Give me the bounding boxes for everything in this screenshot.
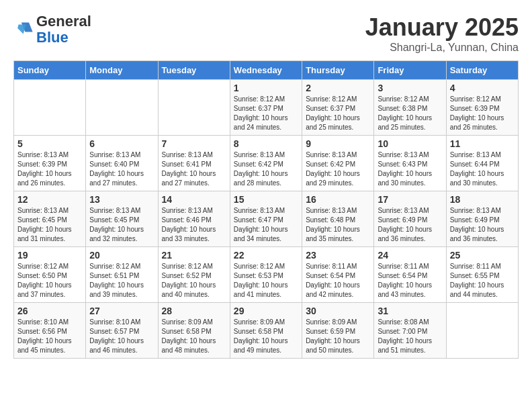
day-number: 28: [162, 306, 226, 316]
day-number: 27: [89, 306, 154, 316]
calendar-cell: 2Sunrise: 8:12 AM Sunset: 6:37 PM Daylig…: [302, 80, 374, 136]
logo-blue: Blue: [36, 29, 69, 46]
day-number: 4: [450, 83, 515, 93]
day-number: 22: [234, 250, 298, 261]
calendar-cell: 13Sunrise: 8:13 AM Sunset: 6:45 PM Dayli…: [86, 191, 158, 247]
day-info: Sunrise: 8:11 AM Sunset: 6:54 PM Dayligh…: [378, 262, 442, 300]
day-info: Sunrise: 8:13 AM Sunset: 6:39 PM Dayligh…: [17, 150, 82, 188]
calendar-header: SundayMondayTuesdayWednesdayThursdayFrid…: [14, 61, 519, 80]
location-subtitle: Shangri-La, Yunnan, China: [365, 42, 519, 54]
day-info: Sunrise: 8:09 AM Sunset: 6:58 PM Dayligh…: [234, 318, 298, 355]
day-number: 25: [450, 250, 515, 261]
calendar-cell: [14, 80, 86, 136]
calendar-cell: 12Sunrise: 8:13 AM Sunset: 6:45 PM Dayli…: [14, 191, 86, 247]
day-info: Sunrise: 8:10 AM Sunset: 6:56 PM Dayligh…: [17, 318, 82, 355]
calendar-cell: 5Sunrise: 8:13 AM Sunset: 6:39 PM Daylig…: [14, 136, 86, 191]
title-block: January 2025 Shangri-La, Yunnan, China: [365, 13, 519, 54]
calendar-cell: 16Sunrise: 8:13 AM Sunset: 6:48 PM Dayli…: [302, 191, 374, 247]
calendar-cell: 3Sunrise: 8:12 AM Sunset: 6:38 PM Daylig…: [374, 80, 446, 136]
day-number: 31: [378, 306, 442, 316]
calendar-week-1: 1Sunrise: 8:12 AM Sunset: 6:37 PM Daylig…: [14, 80, 519, 136]
calendar-cell: 23Sunrise: 8:11 AM Sunset: 6:54 PM Dayli…: [302, 247, 374, 303]
calendar-cell: 18Sunrise: 8:13 AM Sunset: 6:49 PM Dayli…: [446, 191, 518, 247]
day-info: Sunrise: 8:12 AM Sunset: 6:52 PM Dayligh…: [162, 262, 226, 300]
day-info: Sunrise: 8:08 AM Sunset: 7:00 PM Dayligh…: [378, 318, 442, 355]
day-number: 13: [89, 194, 154, 205]
day-number: 30: [306, 306, 370, 316]
day-number: 5: [17, 138, 82, 149]
day-info: Sunrise: 8:13 AM Sunset: 6:41 PM Dayligh…: [162, 150, 226, 188]
weekday-header-thursday: Thursday: [302, 61, 374, 80]
day-info: Sunrise: 8:10 AM Sunset: 6:57 PM Dayligh…: [89, 318, 154, 355]
day-info: Sunrise: 8:12 AM Sunset: 6:39 PM Dayligh…: [450, 95, 515, 132]
calendar-cell: 7Sunrise: 8:13 AM Sunset: 6:41 PM Daylig…: [158, 136, 230, 191]
month-title: January 2025: [365, 13, 519, 42]
day-info: Sunrise: 8:11 AM Sunset: 6:54 PM Dayligh…: [306, 262, 370, 300]
logo-general: General: [36, 13, 91, 30]
logo: General Blue: [13, 13, 91, 46]
day-info: Sunrise: 8:13 AM Sunset: 6:44 PM Dayligh…: [450, 150, 515, 188]
day-info: Sunrise: 8:12 AM Sunset: 6:37 PM Dayligh…: [234, 95, 298, 132]
weekday-header-friday: Friday: [374, 61, 446, 80]
calendar-cell: 15Sunrise: 8:13 AM Sunset: 6:47 PM Dayli…: [230, 191, 302, 247]
day-number: 15: [234, 194, 298, 205]
calendar-cell: 26Sunrise: 8:10 AM Sunset: 6:56 PM Dayli…: [14, 303, 86, 359]
day-number: 9: [306, 138, 370, 149]
day-info: Sunrise: 8:13 AM Sunset: 6:49 PM Dayligh…: [450, 206, 515, 244]
calendar-cell: 4Sunrise: 8:12 AM Sunset: 6:39 PM Daylig…: [446, 80, 518, 136]
day-info: Sunrise: 8:13 AM Sunset: 6:42 PM Dayligh…: [234, 150, 298, 188]
calendar-cell: 21Sunrise: 8:12 AM Sunset: 6:52 PM Dayli…: [158, 247, 230, 303]
day-number: 12: [17, 194, 82, 205]
calendar-table: SundayMondayTuesdayWednesdayThursdayFrid…: [13, 60, 519, 359]
day-number: 21: [162, 250, 226, 261]
day-number: 14: [162, 194, 226, 205]
calendar-cell: 29Sunrise: 8:09 AM Sunset: 6:58 PM Dayli…: [230, 303, 302, 359]
day-info: Sunrise: 8:13 AM Sunset: 6:48 PM Dayligh…: [306, 206, 370, 244]
calendar-cell: 19Sunrise: 8:12 AM Sunset: 6:50 PM Dayli…: [14, 247, 86, 303]
day-info: Sunrise: 8:12 AM Sunset: 6:51 PM Dayligh…: [89, 262, 154, 300]
day-number: 1: [234, 83, 298, 93]
day-number: 23: [306, 250, 370, 261]
day-info: Sunrise: 8:13 AM Sunset: 6:46 PM Dayligh…: [162, 206, 226, 244]
logo-icon: [15, 19, 34, 38]
calendar-cell: 24Sunrise: 8:11 AM Sunset: 6:54 PM Dayli…: [374, 247, 446, 303]
calendar-cell: 28Sunrise: 8:09 AM Sunset: 6:58 PM Dayli…: [158, 303, 230, 359]
day-info: Sunrise: 8:12 AM Sunset: 6:37 PM Dayligh…: [306, 95, 370, 132]
calendar-cell: 6Sunrise: 8:13 AM Sunset: 6:40 PM Daylig…: [86, 136, 158, 191]
day-info: Sunrise: 8:13 AM Sunset: 6:42 PM Dayligh…: [306, 150, 370, 188]
calendar-cell: 1Sunrise: 8:12 AM Sunset: 6:37 PM Daylig…: [230, 80, 302, 136]
day-info: Sunrise: 8:12 AM Sunset: 6:53 PM Dayligh…: [234, 262, 298, 300]
weekday-header-tuesday: Tuesday: [158, 61, 230, 80]
day-number: 11: [450, 138, 515, 149]
day-number: 10: [378, 138, 442, 149]
calendar-cell: [158, 80, 230, 136]
calendar-cell: 27Sunrise: 8:10 AM Sunset: 6:57 PM Dayli…: [86, 303, 158, 359]
day-number: 26: [17, 306, 82, 316]
calendar-cell: 22Sunrise: 8:12 AM Sunset: 6:53 PM Dayli…: [230, 247, 302, 303]
weekday-header-sunday: Sunday: [14, 61, 86, 80]
calendar-cell: 20Sunrise: 8:12 AM Sunset: 6:51 PM Dayli…: [86, 247, 158, 303]
day-number: 18: [450, 194, 515, 205]
calendar-cell: [86, 80, 158, 136]
calendar-cell: 8Sunrise: 8:13 AM Sunset: 6:42 PM Daylig…: [230, 136, 302, 191]
weekday-header-saturday: Saturday: [446, 61, 518, 80]
calendar-cell: 10Sunrise: 8:13 AM Sunset: 6:43 PM Dayli…: [374, 136, 446, 191]
calendar-week-2: 5Sunrise: 8:13 AM Sunset: 6:39 PM Daylig…: [14, 136, 519, 191]
day-info: Sunrise: 8:13 AM Sunset: 6:47 PM Dayligh…: [234, 206, 298, 244]
day-number: 16: [306, 194, 370, 205]
day-number: 6: [89, 138, 154, 149]
calendar-week-3: 12Sunrise: 8:13 AM Sunset: 6:45 PM Dayli…: [14, 191, 519, 247]
calendar-week-4: 19Sunrise: 8:12 AM Sunset: 6:50 PM Dayli…: [14, 247, 519, 303]
calendar-cell: 9Sunrise: 8:13 AM Sunset: 6:42 PM Daylig…: [302, 136, 374, 191]
day-number: 8: [234, 138, 298, 149]
day-info: Sunrise: 8:13 AM Sunset: 6:49 PM Dayligh…: [378, 206, 442, 244]
day-info: Sunrise: 8:13 AM Sunset: 6:45 PM Dayligh…: [89, 206, 154, 244]
day-number: 24: [378, 250, 442, 261]
weekday-header-wednesday: Wednesday: [230, 61, 302, 80]
page-header: General Blue January 2025 Shangri-La, Yu…: [13, 13, 519, 54]
calendar-cell: [446, 303, 518, 359]
day-info: Sunrise: 8:09 AM Sunset: 6:59 PM Dayligh…: [306, 318, 370, 355]
calendar-cell: 14Sunrise: 8:13 AM Sunset: 6:46 PM Dayli…: [158, 191, 230, 247]
calendar-cell: 25Sunrise: 8:11 AM Sunset: 6:55 PM Dayli…: [446, 247, 518, 303]
day-info: Sunrise: 8:13 AM Sunset: 6:45 PM Dayligh…: [17, 206, 82, 244]
